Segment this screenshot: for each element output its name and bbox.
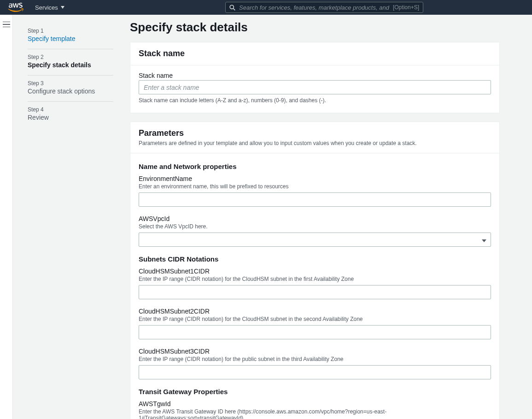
step-title: Review	[28, 114, 113, 121]
global-search-input[interactable]	[235, 4, 393, 11]
vpc-help: Select the AWS VpcID here.	[139, 223, 491, 230]
env-name-input[interactable]	[139, 192, 491, 207]
svg-point-0	[230, 5, 234, 9]
subnet3-label: CloudHSMSubnet3CIDR	[139, 348, 491, 355]
aws-logo-icon	[7, 3, 24, 12]
step-title: Specify template	[28, 35, 113, 42]
stack-name-panel: Stack name Stack name Stack name can inc…	[130, 42, 500, 113]
chevron-down-icon	[61, 6, 64, 9]
group-name-network: Name and Network properties	[139, 163, 491, 170]
group-transit-gateway: Transit Gateway Properties	[139, 388, 491, 396]
page-title: Specify stack details	[130, 20, 500, 35]
menu-icon[interactable]	[3, 21, 10, 29]
subnet1-help: Enter the IP range (CIDR notation) for t…	[139, 276, 491, 282]
top-nav: Services [Option+S]	[0, 0, 532, 15]
env-name-help: Enter an environment name, this will be …	[139, 183, 491, 190]
svg-line-1	[234, 8, 235, 10]
aws-logo[interactable]	[7, 3, 24, 12]
wizard-steps: Step 1 Specify template Step 2 Specify s…	[13, 15, 130, 410]
subnet3-help: Enter the IP range (CIDR notation) for t…	[139, 356, 491, 362]
stack-name-hint: Stack name can include letters (A-Z and …	[139, 97, 491, 104]
subnet1-input[interactable]	[139, 285, 491, 299]
parameters-panel: Parameters Parameters are defined in you…	[130, 122, 500, 419]
parameters-header: Parameters	[139, 128, 491, 138]
step-4: Step 4 Review	[28, 102, 113, 128]
step-3: Step 3 Configure stack options	[28, 76, 113, 102]
subnet1-label: CloudHSMSubnet1CIDR	[139, 268, 491, 275]
env-name-label: EnvironmentName	[139, 175, 491, 182]
parameters-sub: Parameters are defined in your template …	[139, 140, 491, 146]
group-subnets: Subnets CIDR Notations	[139, 255, 491, 263]
step-title: Configure stack options	[28, 87, 113, 95]
stack-name-header: Stack name	[139, 49, 491, 58]
tgw-label: AWSTgwId	[139, 400, 491, 407]
subnet2-help: Enter the IP range (CIDR notation) for t…	[139, 316, 491, 322]
search-shortcut-hint: [Option+S]	[393, 4, 419, 11]
stack-name-label: Stack name	[139, 72, 491, 79]
global-search[interactable]: [Option+S]	[225, 2, 423, 13]
services-label: Services	[35, 4, 58, 11]
subnet3-input[interactable]	[139, 365, 491, 379]
search-icon	[229, 5, 235, 11]
step-title: Specify stack details	[28, 61, 113, 69]
subnet2-input[interactable]	[139, 325, 491, 339]
step-2: Step 2 Specify stack details	[28, 49, 113, 76]
services-menu[interactable]: Services	[35, 4, 64, 11]
step-num: Step 1	[28, 28, 113, 34]
step-num: Step 2	[28, 54, 113, 60]
stack-name-input[interactable]	[139, 80, 491, 94]
step-num: Step 4	[28, 106, 113, 113]
vpc-label: AWSVpcId	[139, 215, 491, 222]
vpc-select[interactable]	[139, 233, 491, 247]
step-num: Step 3	[28, 80, 113, 87]
side-panel-toggle-column	[0, 15, 13, 419]
step-1[interactable]: Step 1 Specify template	[28, 23, 113, 49]
subnet2-label: CloudHSMSubnet2CIDR	[139, 308, 491, 315]
tgw-help: Enter the AWS Transit Gateway ID here (h…	[139, 408, 491, 419]
